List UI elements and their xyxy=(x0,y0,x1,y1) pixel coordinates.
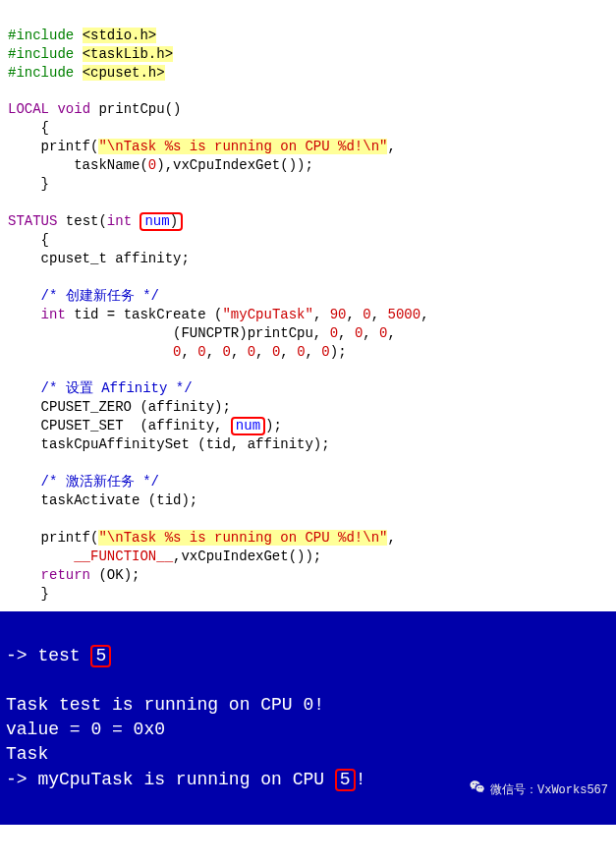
return-stmt: return (OK); xyxy=(8,567,140,583)
task-create-l2: (FUNCPTR)printCpu, 0, 0, 0, xyxy=(8,325,396,341)
include-3-header: <cpuset.h> xyxy=(83,65,165,81)
term-line-1: -> test 5 xyxy=(6,646,111,665)
cpuset-zero: CPUSET_ZERO (affinity); xyxy=(8,399,231,415)
term-line-2: Task test is running on CPU 0! xyxy=(6,695,324,715)
wechat-icon xyxy=(440,763,486,819)
task-create-l3: 0, 0, 0, 0, 0, 0, 0); xyxy=(8,344,347,360)
comment-create-task: /* 创建新任务 */ xyxy=(8,288,159,304)
status-keyword: STATUS xyxy=(8,213,57,229)
include-2-header: <taskLib.h> xyxy=(83,46,173,62)
printf-call-2-l2: __FUNCTION__,vxCpuIndexGet()); xyxy=(8,548,321,564)
open-brace-1: { xyxy=(8,120,49,136)
term-line-3: value = 0 = 0x0 xyxy=(6,720,165,739)
task-activate: taskActivate (tid); xyxy=(8,492,197,508)
cpuset-set: CPUSET_SET (affinity, num); xyxy=(8,418,282,433)
printf-call-2-l1: printf("\nTask %s is running on CPU %d!\… xyxy=(8,530,396,546)
task-affinity-set: taskCpuAffinitySet (tid, affinity); xyxy=(8,436,330,452)
func-printCpu: printCpu xyxy=(98,101,164,117)
include-1-directive: #include xyxy=(8,28,74,43)
close-brace-1: } xyxy=(8,176,49,192)
include-1-header: <stdio.h> xyxy=(83,28,157,43)
printf-call-1-l1: printf("\nTask %s is running on CPU %d!\… xyxy=(8,139,396,154)
term-line-4: Task xyxy=(6,744,48,764)
num-param-highlight: num) xyxy=(140,212,183,231)
open-brace-2: { xyxy=(8,232,49,248)
void-keyword: void xyxy=(57,101,90,117)
code-block: #include <stdio.h> #include <taskLib.h> … xyxy=(0,0,616,611)
affinity-decl: cpuset_t affinity; xyxy=(8,251,190,266)
terminal-output: -> test 5 Task test is running on CPU 0!… xyxy=(0,611,616,826)
include-3-directive: #include xyxy=(8,65,74,81)
local-keyword: LOCAL xyxy=(8,101,49,117)
task-create-l1: int tid = taskCreate ("myCpuTask", 90, 0… xyxy=(8,307,429,322)
include-2-directive: #include xyxy=(8,46,74,62)
func-test: test xyxy=(66,213,99,229)
term-line-5: -> myCpuTask is running on CPU 5! xyxy=(6,770,365,789)
comment-set-affinity: /* 设置 Affinity */ xyxy=(8,380,193,396)
close-brace-2: } xyxy=(8,586,49,602)
watermark-text: 微信号：VxWorks567 xyxy=(490,782,608,799)
comment-activate-task: /* 激活新任务 */ xyxy=(8,474,159,490)
watermark: 微信号：VxWorks567 xyxy=(440,763,608,819)
printf-call-1-l2: taskName(0),vxCpuIndexGet()); xyxy=(8,157,313,173)
